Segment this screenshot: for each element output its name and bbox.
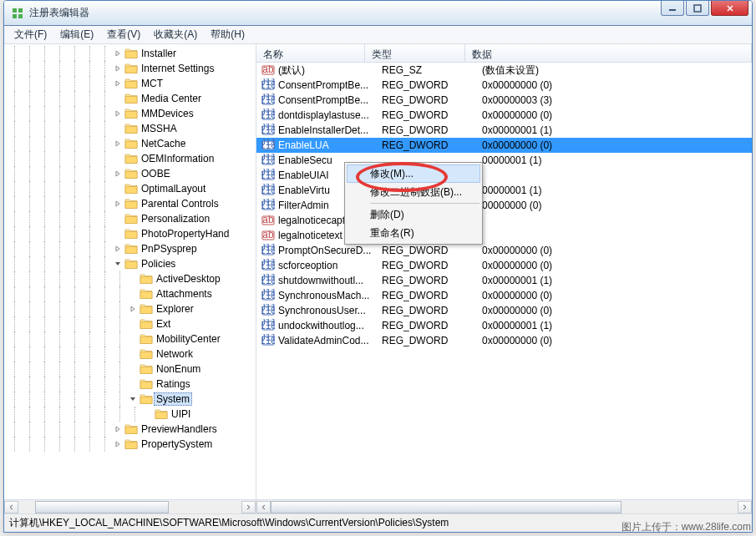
col-header-type[interactable]: 类型 (365, 44, 465, 62)
minimize-button[interactable] (661, 1, 684, 16)
tree-node[interactable]: OEMInformation (4, 151, 256, 166)
expand-icon[interactable] (113, 139, 123, 149)
registry-value-row[interactable]: 011110EnableLUAREG_DWORD0x00000000 (0) (256, 138, 752, 153)
scrollbar-thumb[interactable] (271, 501, 622, 513)
menu-edit[interactable]: 编辑(E) (53, 25, 100, 44)
tree-node[interactable]: OOBE (4, 166, 256, 181)
expand-icon[interactable] (128, 319, 138, 329)
tree-node[interactable]: ActiveDesktop (4, 271, 256, 286)
menu-help[interactable]: 帮助(H) (204, 25, 251, 44)
expand-icon[interactable] (113, 184, 123, 194)
tree-node[interactable]: MSSHA (4, 121, 256, 136)
col-header-data[interactable]: 数据 (465, 44, 752, 62)
expand-icon[interactable] (128, 304, 138, 314)
collapse-icon[interactable] (113, 259, 123, 269)
registry-value-row[interactable]: 011110EnableVirtu00000001 (1) (256, 183, 752, 198)
registry-value-row[interactable]: 011110SynchronousMach...REG_DWORD0x00000… (256, 288, 752, 303)
expand-icon[interactable] (128, 364, 138, 374)
registry-value-row[interactable]: ablegalnoticetextREG_SZ (256, 228, 752, 243)
menu-file[interactable]: 文件(F) (8, 25, 53, 44)
registry-value-row[interactable]: 011110EnableInstallerDet...REG_DWORD0x00… (256, 123, 752, 138)
scrollbar-left-button[interactable] (256, 501, 271, 513)
context-modify-binary[interactable]: 修改二进制数据(B)... (347, 183, 480, 201)
expand-icon[interactable] (113, 199, 123, 209)
expand-icon[interactable] (113, 439, 123, 449)
tree-node[interactable]: MMDevices (4, 106, 256, 121)
tree-node[interactable]: Personalization (4, 211, 256, 226)
expand-icon[interactable] (113, 63, 123, 73)
expand-icon[interactable] (113, 244, 123, 254)
expand-icon[interactable] (143, 409, 153, 419)
tree-node[interactable]: NonEnum (4, 362, 256, 377)
tree-node[interactable]: System (4, 392, 256, 407)
col-header-name[interactable]: 名称 (256, 44, 365, 62)
registry-value-row[interactable]: 011110shutdownwithoutl...REG_DWORD0x0000… (256, 273, 752, 288)
expand-icon[interactable] (113, 48, 123, 58)
tree-node[interactable]: MobilityCenter (4, 331, 256, 346)
tree-node[interactable]: Attachments (4, 286, 256, 301)
registry-value-row[interactable]: 011110EnableSecu00000001 (1) (256, 153, 752, 168)
maximize-button[interactable] (686, 1, 709, 16)
close-button[interactable] (711, 1, 748, 16)
tree-node[interactable]: Ext (4, 316, 256, 331)
scrollbar-right-button[interactable] (738, 501, 752, 513)
expand-icon[interactable] (113, 78, 123, 88)
registry-value-row[interactable]: 011110ValidateAdminCod...REG_DWORD0x0000… (256, 333, 752, 348)
titlebar[interactable]: 注册表编辑器 (4, 1, 752, 26)
registry-value-row[interactable]: 011110undockwithoutlog...REG_DWORD0x0000… (256, 318, 752, 333)
context-delete[interactable]: 删除(D) (347, 205, 480, 224)
scrollbar-left-button[interactable] (4, 501, 18, 513)
tree-node[interactable]: Installer (4, 46, 256, 61)
expand-icon[interactable] (113, 424, 123, 434)
tree-node[interactable]: Internet Settings (4, 61, 256, 76)
scrollbar-track[interactable] (18, 501, 241, 513)
context-rename[interactable]: 重命名(R) (347, 224, 480, 242)
expand-icon[interactable] (128, 274, 138, 284)
expand-icon[interactable] (113, 124, 123, 134)
tree-scroll[interactable]: InstallerInternet SettingsMCTMedia Cente… (4, 44, 256, 499)
expand-icon[interactable] (113, 109, 123, 119)
registry-value-row[interactable]: 011110ConsentPromptBe...REG_DWORD0x00000… (256, 93, 752, 108)
tree-node[interactable]: PnPSysprep (4, 241, 256, 256)
tree-node[interactable]: OptimalLayout (4, 181, 256, 196)
menu-favorites[interactable]: 收藏夹(A) (147, 25, 204, 44)
registry-value-row[interactable]: 011110dontdisplaylastuse...REG_DWORD0x00… (256, 108, 752, 123)
expand-icon[interactable] (128, 289, 138, 299)
tree-node[interactable]: MCT (4, 76, 256, 91)
tree-node[interactable]: NetCache (4, 136, 256, 151)
registry-value-row[interactable]: 011110scforceoptionREG_DWORD0x00000000 (… (256, 258, 752, 273)
registry-value-row[interactable]: 011110EnableUIAI (256, 168, 752, 183)
list-body[interactable]: ab(默认)REG_SZ(数值未设置)011110ConsentPromptBe… (256, 63, 752, 499)
tree-node[interactable]: PreviewHandlers (4, 422, 256, 437)
expand-icon[interactable] (128, 349, 138, 359)
registry-value-row[interactable]: 011110FilterAdmin00000000 (0) (256, 198, 752, 213)
expand-icon[interactable] (113, 169, 123, 179)
registry-value-row[interactable]: 011110SynchronousUser...REG_DWORD0x00000… (256, 303, 752, 318)
expand-icon[interactable] (128, 334, 138, 344)
registry-value-row[interactable]: ablegalnoticecaptionREG_SZ (256, 213, 752, 228)
registry-value-row[interactable]: ab(默认)REG_SZ(数值未设置) (256, 63, 752, 78)
collapse-icon[interactable] (128, 394, 138, 404)
expand-icon[interactable] (113, 229, 123, 239)
expand-icon[interactable] (113, 154, 123, 164)
tree-node[interactable]: Ratings (4, 377, 256, 392)
tree-node[interactable]: Network (4, 346, 256, 362)
tree-node[interactable]: Parental Controls (4, 196, 256, 211)
list-scrollbar-horizontal[interactable] (256, 499, 752, 513)
scrollbar-right-button[interactable] (241, 501, 256, 513)
menu-view[interactable]: 查看(V) (100, 25, 147, 44)
tree-node[interactable]: PropertySystem (4, 437, 256, 452)
tree-scrollbar-horizontal[interactable] (4, 499, 256, 513)
tree-node[interactable]: PhotoPropertyHand (4, 226, 256, 241)
context-modify[interactable]: 修改(M)... (347, 164, 480, 183)
tree-node[interactable]: Explorer (4, 301, 256, 316)
expand-icon[interactable] (113, 214, 123, 224)
registry-value-row[interactable]: 011110PromptOnSecureD...REG_DWORD0x00000… (256, 243, 752, 258)
expand-icon[interactable] (113, 94, 123, 104)
expand-icon[interactable] (128, 379, 138, 389)
scrollbar-track[interactable] (271, 501, 738, 513)
registry-value-row[interactable]: 011110ConsentPromptBe...REG_DWORD0x00000… (256, 78, 752, 93)
tree-node[interactable]: Media Center (4, 91, 256, 106)
scrollbar-thumb[interactable] (35, 501, 169, 513)
tree-node[interactable]: Policies (4, 256, 256, 271)
